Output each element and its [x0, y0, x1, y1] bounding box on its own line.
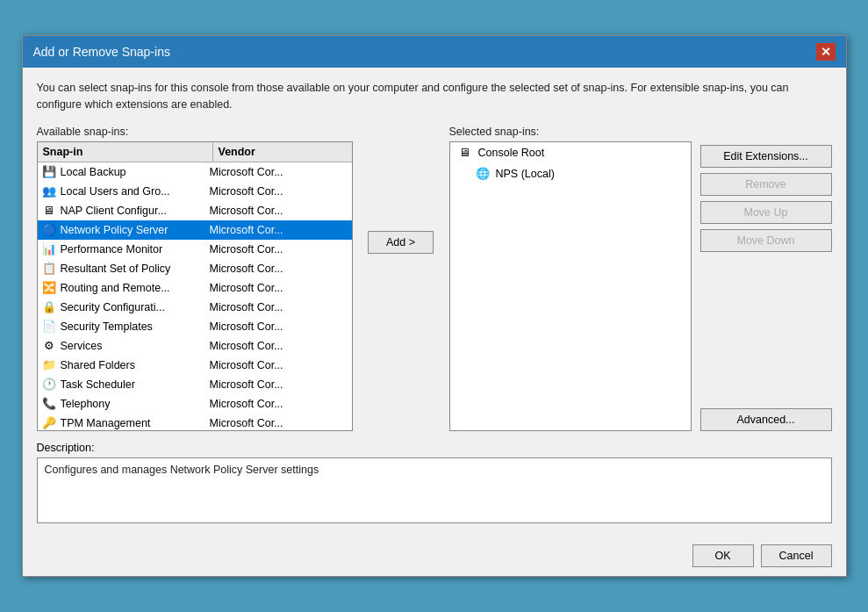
available-list-item[interactable]: ⚙ Services Microsoft Cor... [38, 336, 352, 356]
available-list-item[interactable]: 🖥 NAP Client Configur... Microsoft Cor..… [38, 201, 352, 220]
description-box: Configures and manages Network Policy Se… [37, 457, 832, 523]
snap-in-vendor: Microsoft Cor... [210, 282, 348, 294]
snap-in-name: Performance Monitor [61, 243, 210, 256]
snap-in-name: Security Configurati... [61, 301, 210, 313]
snap-in-icon: 📋 [41, 261, 57, 277]
snap-in-name: NAP Client Configur... [61, 205, 210, 217]
snap-in-icon: 👥 [41, 184, 57, 199]
snap-in-vendor: Microsoft Cor... [210, 320, 348, 333]
snap-in-name: Task Scheduler [61, 378, 210, 391]
selected-snap-in-icon: 🌐 [475, 166, 491, 182]
available-list-scroll[interactable]: 💾 Local Backup Microsoft Cor... 👥 Local … [38, 162, 352, 430]
dialog-footer: OK Cancel [23, 536, 846, 576]
snap-in-vendor: Microsoft Cor... [210, 166, 348, 178]
selected-label: Selected snap-ins: [449, 126, 692, 138]
action-buttons: Edit Extensions... Remove Move Up Move D… [700, 126, 832, 431]
snap-in-name: Resultant Set of Policy [61, 263, 210, 275]
selected-panel: Selected snap-ins: 🖥 Console Root 🌐 NPS … [449, 126, 692, 431]
dialog-body: You can select snap-ins for this console… [23, 68, 846, 536]
available-list-item[interactable]: 🕐 Task Scheduler Microsoft Cor... [38, 375, 352, 394]
title-bar: Add or Remove Snap-ins ✕ [23, 36, 846, 68]
main-area: Available snap-ins: Snap-in Vendor 💾 Loc… [37, 126, 832, 431]
description-label: Description: [37, 442, 832, 454]
snap-in-icon: 🕐 [41, 377, 57, 392]
snap-in-name: TPM Management [61, 417, 210, 429]
snap-in-name: Telephony [61, 398, 210, 410]
snap-in-vendor: Microsoft Cor... [210, 359, 348, 371]
snap-in-vendor: Microsoft Cor... [210, 263, 348, 275]
col-vendor-header: Vendor [213, 142, 352, 162]
close-button[interactable]: ✕ [816, 43, 836, 61]
snap-in-vendor: Microsoft Cor... [210, 417, 348, 429]
available-list-container: Snap-in Vendor 💾 Local Backup Microsoft … [37, 141, 353, 431]
snap-in-vendor: Microsoft Cor... [210, 205, 348, 217]
snap-in-icon: 📊 [41, 241, 57, 257]
selected-list-item[interactable]: 🖥 Console Root [450, 142, 691, 163]
snap-in-name: Shared Folders [61, 359, 210, 371]
available-list-item[interactable]: 🔵 Network Policy Server Microsoft Cor... [38, 220, 352, 240]
available-list-item[interactable]: 📄 Security Templates Microsoft Cor... [38, 317, 352, 336]
snap-in-icon: 📁 [41, 357, 57, 373]
available-list-item[interactable]: 🔀 Routing and Remote... Microsoft Cor... [38, 278, 352, 298]
available-list-item[interactable]: 📊 Performance Monitor Microsoft Cor... [38, 240, 352, 259]
intro-text: You can select snap-ins for this console… [37, 80, 832, 113]
edit-extensions-button[interactable]: Edit Extensions... [700, 145, 832, 168]
snap-in-name: Services [61, 340, 210, 352]
available-list-item[interactable]: 💾 Local Backup Microsoft Cor... [38, 162, 352, 182]
available-label: Available snap-ins: [37, 126, 353, 138]
snap-in-icon: 🔒 [41, 299, 57, 315]
add-button[interactable]: Add > [368, 231, 434, 254]
snap-in-name: Network Policy Server [61, 224, 210, 236]
snap-in-vendor: Microsoft Cor... [210, 301, 348, 313]
col-snapin-header: Snap-in [38, 142, 213, 162]
snap-in-icon: 🔵 [41, 222, 57, 238]
snap-in-vendor: Microsoft Cor... [210, 340, 348, 352]
snap-in-icon: 📄 [41, 319, 57, 335]
dialog-title: Add or Remove Snap-ins [33, 45, 170, 59]
right-and-buttons: Selected snap-ins: 🖥 Console Root 🌐 NPS … [449, 126, 832, 431]
snap-in-vendor: Microsoft Cor... [210, 398, 348, 410]
buttons-spacer [700, 257, 832, 403]
selected-snap-in-name: Console Root [478, 147, 545, 159]
move-down-button[interactable]: Move Down [700, 229, 832, 252]
middle-panel: Add > [362, 126, 441, 254]
snap-in-vendor: Microsoft Cor... [210, 243, 348, 256]
ok-button[interactable]: OK [692, 544, 754, 567]
available-panel: Available snap-ins: Snap-in Vendor 💾 Loc… [37, 126, 353, 431]
available-list-item[interactable]: 👥 Local Users and Gro... Microsoft Cor..… [38, 182, 352, 201]
selected-snap-in-icon: 🖥 [457, 145, 473, 161]
right-panel: Selected snap-ins: 🖥 Console Root 🌐 NPS … [449, 126, 832, 431]
snap-in-icon: 🔀 [41, 280, 57, 296]
snap-in-name: Local Users and Gro... [61, 185, 210, 198]
add-remove-snapins-dialog: Add or Remove Snap-ins ✕ You can select … [22, 35, 847, 577]
snap-in-icon: 📞 [41, 396, 57, 412]
snap-in-vendor: Microsoft Cor... [210, 185, 348, 198]
snap-in-icon: ⚙ [41, 338, 57, 354]
selected-list[interactable]: 🖥 Console Root 🌐 NPS (Local) [449, 141, 692, 431]
snap-in-name: Routing and Remote... [61, 282, 210, 294]
selected-snap-in-name: NPS (Local) [496, 168, 555, 180]
snap-in-name: Local Backup [61, 166, 210, 178]
snap-in-icon: 🖥 [41, 203, 57, 219]
available-list-item[interactable]: 📋 Resultant Set of Policy Microsoft Cor.… [38, 259, 352, 278]
available-list-item[interactable]: 📞 Telephony Microsoft Cor... [38, 394, 352, 414]
list-header: Snap-in Vendor [38, 142, 352, 162]
available-list-item[interactable]: 📁 Shared Folders Microsoft Cor... [38, 356, 352, 375]
available-list-item[interactable]: 🔒 Security Configurati... Microsoft Cor.… [38, 298, 352, 317]
snap-in-icon: 🔑 [41, 415, 57, 430]
available-list-item[interactable]: 🔑 TPM Management Microsoft Cor... [38, 414, 352, 430]
remove-button[interactable]: Remove [700, 173, 832, 196]
snap-in-icon: 💾 [41, 164, 57, 180]
description-section: Description: Configures and manages Netw… [37, 442, 832, 523]
snap-in-vendor: Microsoft Cor... [210, 224, 348, 236]
selected-list-item[interactable]: 🌐 NPS (Local) [450, 163, 691, 184]
snap-in-vendor: Microsoft Cor... [210, 378, 348, 391]
advanced-button[interactable]: Advanced... [700, 408, 832, 431]
move-up-button[interactable]: Move Up [700, 201, 832, 224]
snap-in-name: Security Templates [61, 320, 210, 333]
cancel-button[interactable]: Cancel [761, 544, 832, 567]
